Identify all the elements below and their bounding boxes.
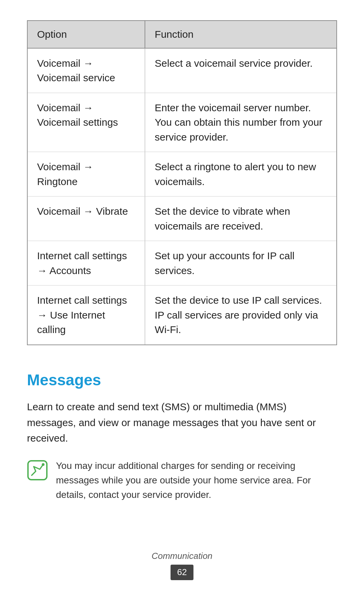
footer: Communication 62 xyxy=(0,550,364,580)
footer-label: Communication xyxy=(0,550,364,563)
svg-point-1 xyxy=(42,463,44,466)
settings-table: Option Function Voicemail → Voicemail se… xyxy=(27,20,337,345)
table-cell-function: Set the device to use IP call services. … xyxy=(145,286,336,345)
table-cell-function: Set the device to vibrate when voicemail… xyxy=(145,197,336,241)
table-row: Internet call settings → AccountsSet up … xyxy=(28,241,336,286)
note-box: You may incur additional charges for sen… xyxy=(27,458,337,502)
footer-page: 62 xyxy=(171,565,194,580)
table-row: Voicemail → Voicemail serviceSelect a vo… xyxy=(28,48,336,93)
table-cell-option: Internet call settings → Use Internet ca… xyxy=(28,286,145,345)
messages-title: Messages xyxy=(27,369,337,391)
messages-section: Messages Learn to create and send text (… xyxy=(27,369,337,502)
table-cell-option: Voicemail → Ringtone xyxy=(28,152,145,197)
table-cell-option: Internet call settings → Accounts xyxy=(28,241,145,286)
table-header-option: Option xyxy=(28,21,145,48)
note-text: You may incur additional charges for sen… xyxy=(56,458,337,502)
table-row: Voicemail → VibrateSet the device to vib… xyxy=(28,197,336,241)
table-cell-function: Enter the voicemail server number. You c… xyxy=(145,93,336,152)
table-cell-function: Select a voicemail service provider. xyxy=(145,48,336,93)
table-cell-option: Voicemail → Voicemail service xyxy=(28,48,145,93)
table-row: Internet call settings → Use Internet ca… xyxy=(28,286,336,345)
table-row: Voicemail → RingtoneSelect a ringtone to… xyxy=(28,152,336,197)
table-cell-option: Voicemail → Voicemail settings xyxy=(28,93,145,152)
table-cell-function: Set up your accounts for IP call service… xyxy=(145,241,336,286)
table-header-function: Function xyxy=(145,21,336,48)
messages-description: Learn to create and send text (SMS) or m… xyxy=(27,399,337,446)
table-cell-function: Select a ringtone to alert you to new vo… xyxy=(145,152,336,197)
note-icon xyxy=(27,460,48,481)
table-cell-option: Voicemail → Vibrate xyxy=(28,197,145,241)
table-row: Voicemail → Voicemail settingsEnter the … xyxy=(28,93,336,152)
